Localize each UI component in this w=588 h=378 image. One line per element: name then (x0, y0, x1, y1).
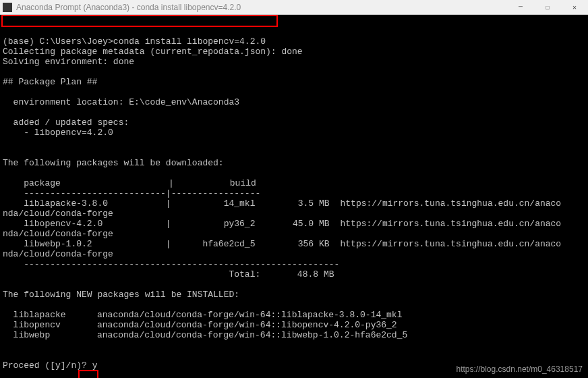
pkg-name: liblapacke-3.8.0 (3, 198, 108, 209)
maximize-button[interactable]: ☐ (534, 0, 561, 15)
pkg-size: 45.0 MB (255, 219, 329, 229)
added-specs: added / updated specs: (3, 117, 129, 128)
install-name: liblapacke (3, 310, 97, 320)
pkg-url: https://mirrors.tuna.tsinghua.edu.cn/ana… (329, 198, 561, 209)
output-line: Collecting package metadata (current_rep… (3, 47, 303, 57)
col-header-package: package (3, 178, 169, 188)
pkg-build: hfa6e2cd_5 (171, 239, 256, 249)
close-button[interactable]: ✕ (561, 0, 588, 15)
pkg-url-extra: nda/cloud/conda-forge (3, 209, 113, 219)
command-text: conda install libopencv=4.2.0 (113, 36, 266, 47)
highlight-command (1, 15, 278, 27)
separator-line: ---------------------------|------------… (3, 188, 260, 198)
proceed-answer[interactable]: y (92, 360, 98, 371)
spec-item: - libopencv=4.2.0 (3, 128, 113, 138)
install-name: libwebp (3, 330, 97, 340)
plan-header: ## Package Plan ## (3, 77, 97, 87)
env-location: environment location: E:\code_env\Anacon… (3, 97, 239, 107)
pkg-build: py36_2 (171, 219, 256, 229)
total-size: 48.8 MB (260, 269, 334, 279)
install-src: anaconda/cloud/conda-forge/win-64::libop… (97, 320, 397, 330)
pkg-size: 356 KB (255, 239, 329, 249)
install-name: libopencv (3, 320, 97, 330)
pkg-url-extra: nda/cloud/conda-forge (3, 229, 113, 239)
pkg-url: https://mirrors.tuna.tsinghua.edu.cn/ana… (329, 219, 561, 229)
pkg-url: https://mirrors.tuna.tsinghua.edu.cn/ana… (329, 239, 561, 249)
watermark: https://blog.csdn.net/m0_46318517 (457, 364, 583, 374)
window-controls: ─ ☐ ✕ (507, 0, 588, 15)
minimize-button[interactable]: ─ (507, 0, 534, 15)
terminal-output[interactable]: (base) C:\Users\Joey>conda install libop… (0, 15, 588, 378)
pkg-url-extra: nda/cloud/conda-forge (3, 249, 113, 259)
new-pkg-header: The following NEW packages will be INSTA… (3, 290, 239, 300)
col-header-build: build (174, 178, 256, 188)
total-label: Total: (3, 269, 260, 279)
download-header: The following packages will be downloade… (3, 158, 224, 168)
pkg-name: libwebp-1.0.2 (3, 239, 92, 249)
install-src: anaconda/cloud/conda-forge/win-64::libwe… (97, 330, 407, 340)
app-icon (3, 3, 12, 12)
window-titlebar: Anaconda Prompt (Anaconda3) - conda inst… (0, 0, 588, 15)
output-line: Solving environment: done (3, 57, 134, 67)
prompt-prefix: (base) C:\Users\Joey> (3, 36, 113, 47)
window-title: Anaconda Prompt (Anaconda3) - conda inst… (16, 3, 507, 12)
proceed-prompt: Proceed ([y]/n)? (3, 360, 92, 371)
pkg-name: libopencv-4.2.0 (3, 219, 102, 229)
pkg-size: 3.5 MB (255, 198, 329, 209)
separator-line: ----------------------------------------… (3, 259, 339, 269)
highlight-answer (78, 370, 98, 378)
install-src: anaconda/cloud/conda-forge/win-64::libla… (97, 310, 402, 320)
pkg-build: 14_mkl (171, 198, 256, 209)
